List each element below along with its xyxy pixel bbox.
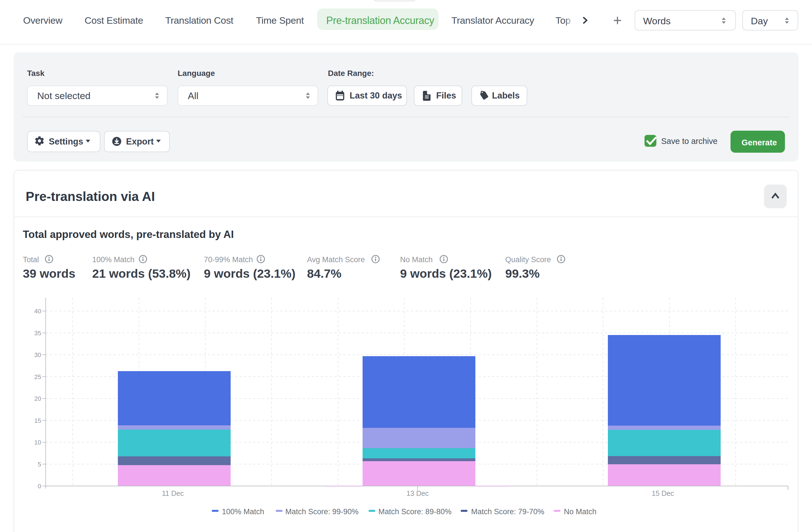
svg-text:No Match: No Match — [564, 507, 597, 516]
svg-text:5: 5 — [38, 461, 41, 468]
svg-text:15: 15 — [34, 417, 41, 424]
svg-text:25: 25 — [34, 373, 41, 380]
svg-text:40: 40 — [34, 308, 41, 315]
svg-text:0: 0 — [38, 482, 41, 490]
svg-text:35: 35 — [34, 330, 41, 337]
svg-text:100% Match: 100% Match — [222, 507, 264, 516]
svg-text:Match Score: 89-80%: Match Score: 89-80% — [378, 507, 452, 516]
svg-text:Match Score: 79-70%: Match Score: 79-70% — [471, 507, 545, 516]
svg-text:Match Score: 99-90%: Match Score: 99-90% — [285, 507, 359, 516]
svg-text:30: 30 — [34, 351, 41, 359]
svg-text:11 Dec: 11 Dec — [162, 489, 184, 497]
svg-text:20: 20 — [34, 395, 41, 402]
svg-text:15 Dec: 15 Dec — [652, 489, 674, 497]
svg-text:10: 10 — [34, 439, 41, 446]
svg-text:13 Dec: 13 Dec — [406, 489, 429, 497]
